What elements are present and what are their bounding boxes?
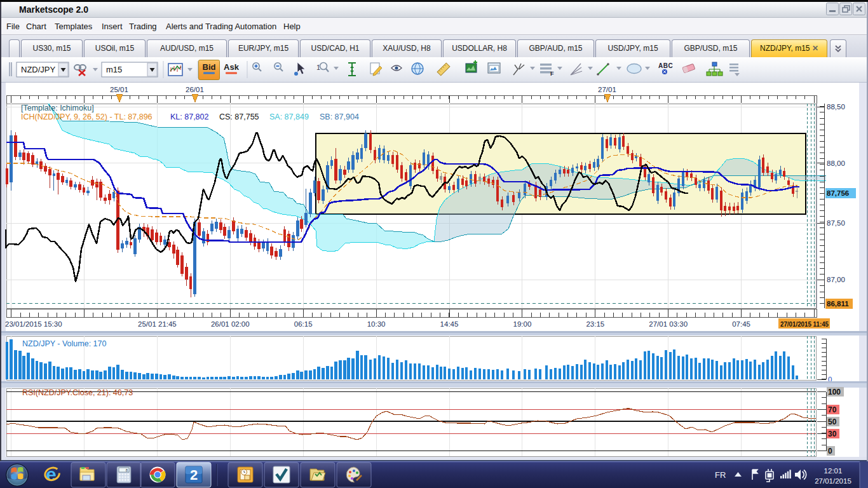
svg-text:ICH(NZD/JPY, 9, 26, 52) - TL:: ICH(NZD/JPY, 9, 26, 52) - TL: 87,896 bbox=[21, 112, 153, 121]
svg-text:SA: 87,849: SA: 87,849 bbox=[269, 112, 309, 121]
svg-text:23:15: 23:15 bbox=[586, 320, 604, 328]
svg-text:25/01: 25/01 bbox=[110, 86, 128, 93]
svg-text:27/01 03:30: 27/01 03:30 bbox=[649, 320, 688, 328]
svg-text:86,811: 86,811 bbox=[827, 300, 849, 308]
svg-text:27/01/2015 11:45: 27/01/2015 11:45 bbox=[780, 320, 829, 328]
svg-text:26/01 02:00: 26/01 02:00 bbox=[211, 320, 250, 328]
svg-text:Bid: Bid bbox=[203, 62, 216, 72]
svg-text:27/01/2015: 27/01/2015 bbox=[815, 477, 851, 485]
svg-text:Ask: Ask bbox=[224, 62, 240, 72]
svg-text:RSI(NZD/JPY.Close, 21): 46,73: RSI(NZD/JPY.Close, 21): 46,73 bbox=[22, 388, 133, 397]
svg-text:10:30: 10:30 bbox=[367, 320, 386, 328]
svg-text:m15: m15 bbox=[106, 65, 122, 74]
svg-text:[Template: Ichimoku]: [Template: Ichimoku] bbox=[21, 104, 94, 112]
svg-text:2: 2 bbox=[190, 467, 198, 483]
svg-text:26/01: 26/01 bbox=[186, 86, 204, 93]
svg-text:0: 0 bbox=[828, 447, 832, 456]
svg-text:FR: FR bbox=[715, 470, 726, 480]
svg-text:F: F bbox=[550, 71, 554, 77]
svg-text:06:15: 06:15 bbox=[294, 320, 313, 328]
svg-text:19:00: 19:00 bbox=[513, 320, 532, 328]
svg-text:12:01: 12:01 bbox=[824, 467, 843, 475]
svg-text:88,00: 88,00 bbox=[827, 159, 845, 167]
svg-text:88,50: 88,50 bbox=[827, 103, 845, 111]
svg-text:NZD/JPY - Volume: 170: NZD/JPY - Volume: 170 bbox=[22, 339, 107, 348]
svg-text:SB: 87,904: SB: 87,904 bbox=[320, 112, 359, 121]
svg-text:25/01 21:45: 25/01 21:45 bbox=[138, 320, 177, 328]
svg-text:CS: 87,755: CS: 87,755 bbox=[219, 112, 259, 121]
svg-text:ABC: ABC bbox=[658, 62, 673, 69]
svg-text:07:45: 07:45 bbox=[732, 320, 750, 328]
svg-text:27/01: 27/01 bbox=[598, 86, 616, 93]
svg-text:50: 50 bbox=[828, 417, 837, 426]
svg-text:70: 70 bbox=[828, 405, 837, 414]
svg-text:23/01/2015 15:30: 23/01/2015 15:30 bbox=[5, 320, 62, 328]
svg-text:87,756: 87,756 bbox=[827, 189, 849, 197]
svg-text:100: 100 bbox=[828, 388, 841, 396]
svg-text:KL: 87,802: KL: 87,802 bbox=[170, 112, 209, 121]
svg-text:87,00: 87,00 bbox=[827, 276, 845, 283]
svg-text:87,50: 87,50 bbox=[827, 219, 845, 227]
svg-text:14:45: 14:45 bbox=[440, 320, 459, 328]
svg-text:NZD/JPY: NZD/JPY bbox=[21, 65, 56, 74]
svg-text:30: 30 bbox=[828, 430, 837, 438]
